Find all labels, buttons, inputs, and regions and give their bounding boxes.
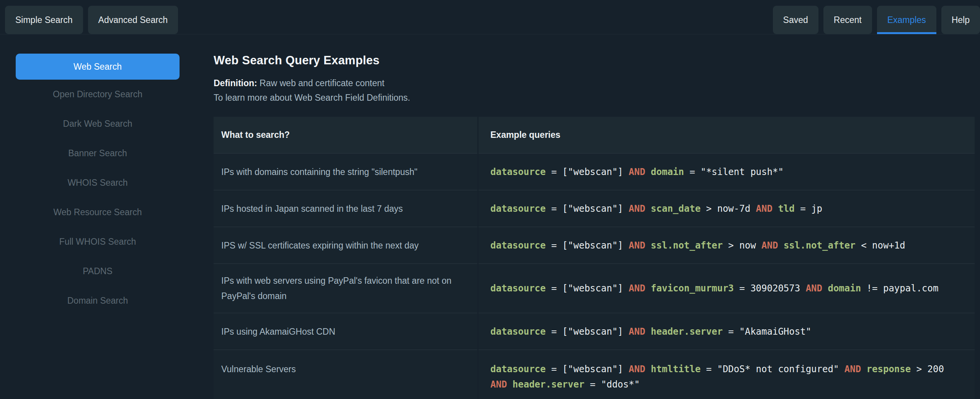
examples-table: What to search? Example queries IPs with… bbox=[214, 117, 975, 399]
row-description: Vulnerable Servers bbox=[214, 350, 477, 399]
topbar: Simple SearchAdvanced Search SavedRecent… bbox=[0, 0, 980, 34]
content: Web Search Query Examples Definition: Ra… bbox=[195, 34, 980, 399]
tab-help[interactable]: Help bbox=[941, 6, 980, 34]
main-layout: Web SearchOpen Directory SearchDark Web … bbox=[0, 34, 980, 399]
tab-examples[interactable]: Examples bbox=[877, 6, 936, 34]
topbar-right-tabs: SavedRecentExamplesHelp bbox=[773, 6, 980, 34]
column-header-what-to-search: What to search? bbox=[214, 117, 477, 153]
row-example-query[interactable]: datasource = ["webscan"] AND ssl.not_aft… bbox=[479, 227, 975, 263]
table-row: IPs hosted in Japan scanned in the last … bbox=[214, 190, 975, 227]
sidebar: Web SearchOpen Directory SearchDark Web … bbox=[0, 34, 195, 399]
query-code: datasource = ["webscan"] AND header.serv… bbox=[490, 324, 811, 339]
sidebar-item-web-search[interactable]: Web Search bbox=[16, 54, 180, 80]
table-row: IPs with domains containing the string "… bbox=[214, 153, 975, 190]
row-description: IPs using AkamaiGHost CDN bbox=[214, 313, 477, 350]
row-example-query[interactable]: datasource = ["webscan"] AND favicon_mur… bbox=[479, 263, 975, 313]
table-row: IPs using AkamaiGHost CDNdatasource = ["… bbox=[214, 313, 975, 350]
sidebar-item-dark-web-search[interactable]: Dark Web Search bbox=[63, 109, 132, 139]
table-row: Vulnerable Serversdatasource = ["webscan… bbox=[214, 350, 975, 399]
query-code: datasource = ["webscan"] AND scan_date >… bbox=[490, 201, 822, 216]
table-row: IPS w/ SSL certificates expiring within … bbox=[214, 227, 975, 263]
tab-saved[interactable]: Saved bbox=[773, 6, 818, 34]
tab-recent[interactable]: Recent bbox=[823, 6, 872, 34]
tab-simple-search[interactable]: Simple Search bbox=[5, 6, 83, 34]
page-title: Web Search Query Examples bbox=[214, 54, 975, 67]
query-code: datasource = ["webscan"] AND ssl.not_aft… bbox=[490, 238, 905, 253]
table-row: IPs with web servers using PayPal's favi… bbox=[214, 263, 975, 313]
sidebar-item-banner-search[interactable]: Banner Search bbox=[68, 139, 127, 168]
sidebar-item-full-whois-search[interactable]: Full WHOIS Search bbox=[59, 227, 136, 257]
definition-text: Raw web and certificate content bbox=[260, 78, 384, 88]
learn-more-text: To learn more about Web Search Field Def… bbox=[214, 93, 975, 103]
row-example-query[interactable]: datasource = ["webscan"] AND header.serv… bbox=[479, 313, 975, 350]
definition-line: Definition: Raw web and certificate cont… bbox=[214, 78, 975, 88]
table-body: IPs with domains containing the string "… bbox=[214, 153, 975, 399]
sidebar-item-open-directory-search[interactable]: Open Directory Search bbox=[53, 80, 142, 109]
definition-label: Definition: bbox=[214, 78, 257, 88]
row-description: IPs with domains containing the string "… bbox=[214, 153, 477, 190]
query-code: datasource = ["webscan"] AND favicon_mur… bbox=[490, 281, 938, 296]
table-header-row: What to search? Example queries bbox=[214, 117, 975, 153]
sidebar-item-whois-search[interactable]: WHOIS Search bbox=[67, 168, 127, 198]
row-example-query[interactable]: datasource = ["webscan"] AND domain = "*… bbox=[479, 153, 975, 190]
row-description: IPS w/ SSL certificates expiring within … bbox=[214, 227, 477, 263]
column-header-example-queries: Example queries bbox=[479, 117, 975, 153]
query-code: datasource = ["webscan"] AND domain = "*… bbox=[490, 164, 784, 180]
topbar-left-tabs: Simple SearchAdvanced Search bbox=[5, 6, 178, 34]
tab-advanced-search[interactable]: Advanced Search bbox=[88, 6, 178, 34]
sidebar-item-padns[interactable]: PADNS bbox=[83, 257, 113, 286]
sidebar-item-domain-search[interactable]: Domain Search bbox=[67, 286, 128, 316]
query-code: datasource = ["webscan"] AND htmltitle =… bbox=[490, 361, 944, 392]
row-description: IPs hosted in Japan scanned in the last … bbox=[214, 190, 477, 227]
sidebar-item-web-resource-search[interactable]: Web Resource Search bbox=[54, 198, 142, 227]
row-description: IPs with web servers using PayPal's favi… bbox=[214, 263, 477, 313]
row-example-query[interactable]: datasource = ["webscan"] AND htmltitle =… bbox=[479, 350, 975, 399]
row-example-query[interactable]: datasource = ["webscan"] AND scan_date >… bbox=[479, 190, 975, 227]
